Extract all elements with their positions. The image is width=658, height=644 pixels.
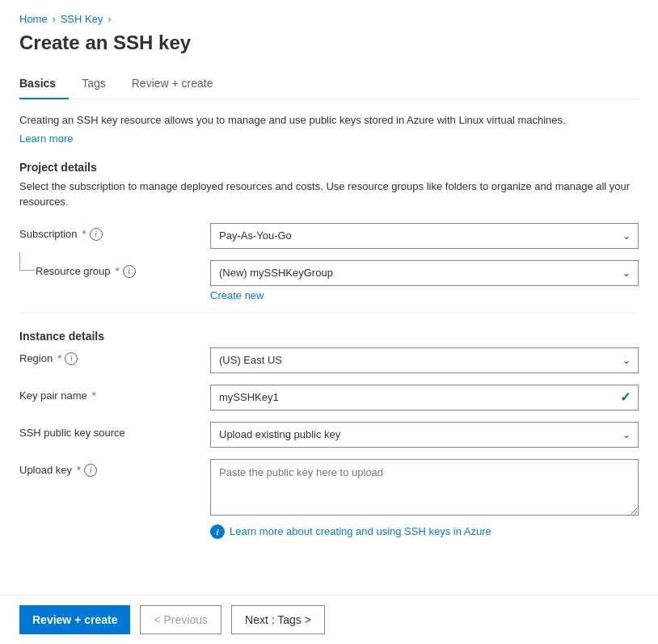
- info-circle-blue-icon: i: [210, 524, 225, 539]
- project-details-desc: Select the subscription to manage deploy…: [19, 179, 639, 210]
- upload-key-required: *: [77, 464, 81, 476]
- upload-key-textarea-wrapper: [210, 459, 639, 518]
- breadcrumb-sep1: ›: [53, 14, 56, 25]
- key-pair-name-input-wrapper: ✓: [210, 385, 639, 410]
- previous-button[interactable]: < Previous: [140, 605, 221, 634]
- key-pair-name-row: Key pair name * ✓: [19, 385, 639, 410]
- resource-group-label-col: Resource group * i: [19, 260, 197, 278]
- key-pair-name-label: Key pair name: [19, 389, 87, 402]
- upload-key-label: Upload key: [19, 464, 72, 476]
- subscription-row: Subscription * i Pay-As-You-Go ⌄: [19, 223, 639, 249]
- tab-review-create[interactable]: Review + create: [119, 70, 226, 99]
- learn-more-ssh: i Learn more about creating and using SS…: [210, 524, 639, 539]
- subscription-select-wrapper: Pay-As-You-Go ⌄: [210, 223, 639, 249]
- tab-tags[interactable]: Tags: [69, 70, 119, 99]
- resource-group-info-icon[interactable]: i: [123, 265, 136, 278]
- resource-group-row: Resource group * i (New) mySSHKeyGroup ⌄…: [19, 260, 639, 301]
- ssh-source-select[interactable]: Upload existing public key: [210, 422, 639, 448]
- breadcrumb-home[interactable]: Home: [19, 13, 48, 25]
- learn-more-link[interactable]: Learn more: [19, 133, 73, 145]
- resource-group-control: (New) mySSHKeyGroup ⌄ Create new: [210, 260, 639, 301]
- tab-basics[interactable]: Basics: [19, 70, 69, 99]
- resource-group-required: *: [116, 265, 120, 277]
- main-content: Home › SSH Key › Create an SSH key Basic…: [0, 0, 658, 595]
- region-select[interactable]: (US) East US: [210, 347, 639, 373]
- subscription-required: *: [82, 228, 86, 240]
- subscription-control: Pay-As-You-Go ⌄: [210, 223, 639, 249]
- intro-text: Creating an SSH key resource allows you …: [19, 112, 639, 128]
- key-pair-name-control: ✓: [210, 385, 639, 410]
- page-wrapper: Home › SSH Key › Create an SSH key Basic…: [0, 0, 658, 644]
- ssh-source-row: SSH public key source Upload existing pu…: [19, 422, 639, 448]
- page-title: Create an SSH key: [19, 32, 639, 54]
- resource-group-label: Resource group: [36, 265, 111, 277]
- region-label-col: Region * i: [19, 347, 197, 365]
- region-required: *: [57, 352, 61, 364]
- next-button[interactable]: Next : Tags >: [231, 605, 325, 634]
- subscription-label: Subscription: [19, 228, 78, 240]
- key-pair-name-input[interactable]: [210, 385, 639, 410]
- subscription-select[interactable]: Pay-As-You-Go: [210, 223, 639, 249]
- subscription-info-icon[interactable]: i: [90, 228, 103, 241]
- ssh-source-control: Upload existing public key ⌄: [210, 422, 639, 448]
- upload-key-textarea[interactable]: [210, 459, 639, 516]
- ssh-source-label-col: SSH public key source: [19, 422, 197, 439]
- upload-key-label-col: Upload key * i: [19, 459, 197, 477]
- key-pair-name-label-col: Key pair name *: [19, 385, 197, 402]
- resource-group-select-wrapper: (New) mySSHKeyGroup ⌄: [210, 260, 639, 286]
- resource-group-select[interactable]: (New) mySSHKeyGroup: [210, 260, 639, 286]
- breadcrumb-sep2: ›: [108, 14, 111, 25]
- key-pair-name-check-icon: ✓: [620, 389, 631, 405]
- tabs-container: Basics Tags Review + create: [19, 70, 639, 99]
- region-row: Region * i (US) East US ⌄: [19, 347, 639, 373]
- upload-key-info-icon[interactable]: i: [84, 464, 97, 477]
- upload-key-row: Upload key * i i Learn more about creati…: [19, 459, 639, 539]
- review-create-button[interactable]: Review + create: [19, 605, 130, 634]
- create-new-link[interactable]: Create new: [210, 289, 264, 301]
- region-control: (US) East US ⌄: [210, 347, 639, 373]
- project-details-title: Project details: [19, 161, 639, 174]
- section-divider: [19, 313, 639, 314]
- instance-details-title: Instance details: [19, 330, 639, 343]
- learn-more-ssh-link[interactable]: Learn more about creating and using SSH …: [230, 525, 491, 537]
- breadcrumb-ssh-key[interactable]: SSH Key: [61, 13, 103, 25]
- ssh-source-label: SSH public key source: [19, 427, 125, 439]
- key-pair-name-required: *: [92, 389, 96, 402]
- subscription-label-col: Subscription * i: [19, 223, 197, 241]
- ssh-source-select-wrapper: Upload existing public key ⌄: [210, 422, 639, 448]
- breadcrumb: Home › SSH Key ›: [19, 13, 639, 25]
- upload-key-control: i Learn more about creating and using SS…: [210, 459, 639, 539]
- footer-bar: Review + create < Previous Next : Tags >: [0, 595, 658, 644]
- region-select-wrapper: (US) East US ⌄: [210, 347, 639, 373]
- region-label: Region: [19, 352, 53, 364]
- region-info-icon[interactable]: i: [65, 352, 78, 365]
